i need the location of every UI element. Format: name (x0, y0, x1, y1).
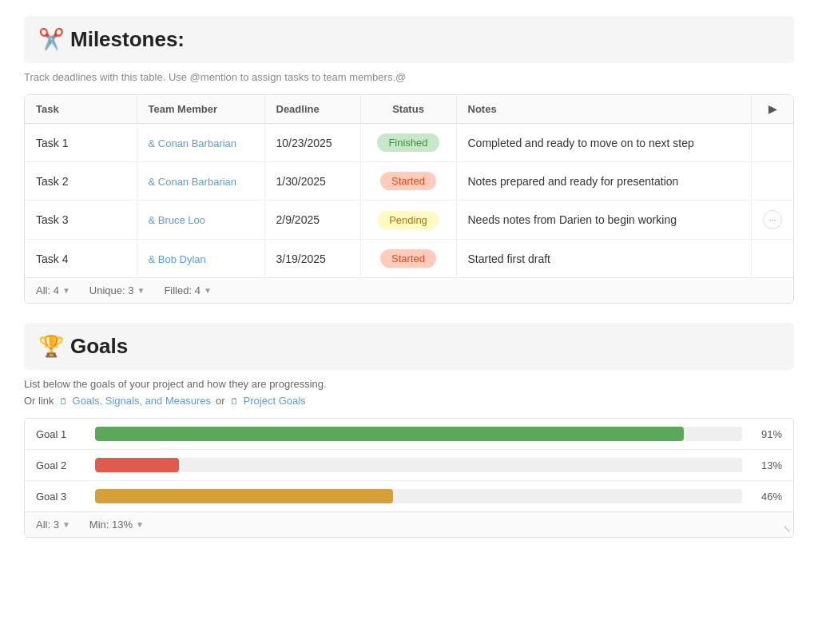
milestones-subtitle: Track deadlines with this table. Use @me… (24, 71, 794, 83)
deadline-cell: 2/9/2025 (264, 201, 360, 240)
milestones-table-container: Task Team Member Deadline Status Notes ▶… (24, 94, 794, 304)
progress-track (95, 458, 742, 472)
member-link[interactable]: & Bob Dylan (149, 253, 206, 265)
progress-track (95, 427, 742, 441)
chevron-down-icon: ▼ (62, 286, 70, 295)
goal-percentage: 91% (753, 428, 782, 440)
status-cell: Started (360, 240, 456, 278)
goals-header: 🏆 Goals (24, 323, 794, 370)
row-actions-cell (752, 162, 794, 201)
goal-row: Goal 213% (25, 450, 793, 481)
goal-percentage: 46% (753, 491, 782, 503)
notes-cell: Started first draft (456, 240, 752, 278)
notes-cell: Notes prepared and ready for presentatio… (456, 162, 752, 201)
table-row: Task 2& Conan Barbarian1/30/2025StartedN… (25, 162, 793, 201)
scissors-icon: ✂️ (38, 27, 64, 52)
goals-footer-min[interactable]: Min: 13% ▼ (89, 519, 144, 531)
goal-label: Goal 2 (36, 459, 84, 471)
trophy-icon: 🏆 (38, 334, 64, 359)
status-cell: Started (360, 162, 456, 201)
status-badge: Pending (378, 211, 439, 229)
milestones-table: Task Team Member Deadline Status Notes ▶… (25, 95, 793, 277)
deadline-cell: 3/19/2025 (264, 240, 360, 278)
chevron-down-icon: ▼ (204, 286, 212, 295)
milestones-title: ✂️ Milestones: (38, 27, 780, 52)
table-row: Task 3& Bruce Loo2/9/2025PendingNeeds no… (25, 201, 793, 240)
goals-title: 🏆 Goals (38, 334, 780, 359)
goal-label: Goal 1 (36, 428, 84, 440)
goal-label: Goal 3 (36, 491, 84, 503)
task-cell: Task 3 (25, 201, 137, 240)
status-cell: Finished (360, 124, 456, 162)
progress-bar (95, 427, 684, 441)
table-row: Task 1& Conan Barbarian10/23/2025Finishe… (25, 124, 793, 162)
member-cell: & Bruce Loo (137, 201, 264, 240)
table-header-row: Task Team Member Deadline Status Notes ▶ (25, 95, 793, 124)
notes-cell: Needs notes from Darien to begin working (456, 201, 752, 240)
task-cell: Task 4 (25, 240, 137, 278)
goals-table-footer: All: 3 ▼ Min: 13% ▼ (25, 511, 793, 537)
goals-subtitle: List below the goals of your project and… (24, 378, 794, 390)
col-header-expand[interactable]: ▶ (752, 95, 794, 124)
col-header-status: Status (360, 95, 456, 124)
milestones-section: ✂️ Milestones: Track deadlines with this… (24, 16, 794, 304)
col-header-notes: Notes (456, 95, 752, 124)
goals-section: 🏆 Goals List below the goals of your pro… (24, 323, 794, 538)
goals-footer-all[interactable]: All: 3 ▼ (36, 519, 70, 531)
member-link[interactable]: & Bruce Loo (149, 214, 206, 226)
deadline-cell: 1/30/2025 (264, 162, 360, 201)
member-cell: & Conan Barbarian (137, 162, 264, 201)
milestones-table-footer: All: 4 ▼ Unique: 3 ▼ Filled: 4 ▼ (25, 277, 793, 303)
progress-track (95, 489, 742, 503)
goal-row: Goal 346% (25, 481, 793, 511)
col-header-deadline: Deadline (264, 95, 360, 124)
status-badge: Started (380, 249, 436, 268)
expand-icon: ▶ (768, 103, 776, 115)
footer-filled[interactable]: Filled: 4 ▼ (164, 284, 211, 296)
col-header-task: Task (25, 95, 137, 124)
deadline-cell: 10/23/2025 (264, 124, 360, 162)
link2-icon: 🗒 (230, 396, 239, 406)
milestones-header: ✂️ Milestones: (24, 16, 794, 63)
progress-bar (95, 489, 393, 503)
member-link[interactable]: & Conan Barbarian (149, 176, 237, 188)
goals-table-container: Goal 191%Goal 213%Goal 346% All: 3 ▼ Min… (24, 418, 794, 538)
chevron-down-icon: ▼ (62, 520, 70, 529)
chevron-down-icon: ▼ (136, 520, 144, 529)
row-actions-cell (752, 240, 794, 278)
goals-signals-link[interactable]: Goals, Signals, and Measures (73, 395, 211, 407)
chevron-down-icon: ▼ (137, 286, 145, 295)
member-cell: & Conan Barbarian (137, 124, 264, 162)
notes-cell: Completed and ready to move on to next s… (456, 124, 752, 162)
goals-link-row: Or link 🗒 Goals, Signals, and Measures o… (24, 395, 794, 407)
status-badge: Started (380, 172, 436, 190)
row-actions-cell: ··· (752, 201, 794, 240)
footer-unique[interactable]: Unique: 3 ▼ (89, 284, 145, 296)
progress-bar (95, 458, 179, 472)
row-actions-cell (752, 124, 794, 162)
goal-row: Goal 191% (25, 419, 793, 450)
table-row: Task 4& Bob Dylan3/19/2025StartedStarted… (25, 240, 793, 278)
project-goals-link[interactable]: Project Goals (244, 395, 306, 407)
member-link[interactable]: & Conan Barbarian (149, 137, 237, 149)
goal-percentage: 13% (753, 459, 782, 471)
more-options-button[interactable]: ··· (763, 210, 782, 229)
footer-all[interactable]: All: 4 ▼ (36, 284, 70, 296)
link1-icon: 🗒 (59, 396, 68, 406)
task-cell: Task 1 (25, 124, 137, 162)
col-header-member: Team Member (137, 95, 264, 124)
status-cell: Pending (360, 201, 456, 240)
resize-handle-icon[interactable]: ⤡ (783, 523, 791, 535)
task-cell: Task 2 (25, 162, 137, 201)
status-badge: Finished (377, 133, 439, 152)
member-cell: & Bob Dylan (137, 240, 264, 278)
